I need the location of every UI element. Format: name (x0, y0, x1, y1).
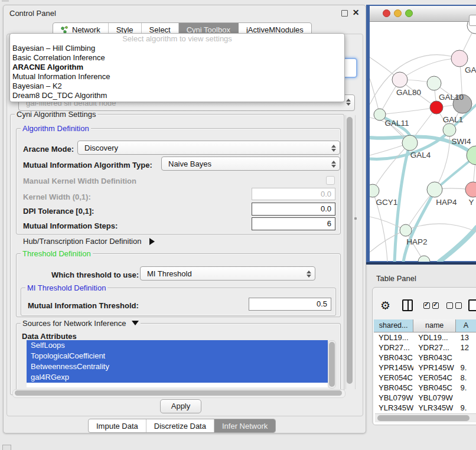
attributes-scrollbar[interactable] (328, 340, 336, 389)
which-threshold-combo[interactable]: MI Threshold (140, 266, 315, 281)
minimize-window-icon[interactable] (394, 9, 402, 17)
export-table-icon[interactable] (468, 299, 476, 311)
combo-stepper-icon (345, 97, 351, 107)
node-table: shared...nameA YDL19...YDL19...13YDR27..… (374, 319, 476, 425)
attribute-item[interactable]: SelfLoops (27, 340, 328, 351)
algorithm-dropdown-placeholder: Select algorithm to view settings (10, 34, 344, 44)
aracne-mode-value: Discovery (84, 144, 118, 152)
zoom-window-icon[interactable] (405, 9, 413, 17)
table-row[interactable]: YLR345WYLR345W9. (374, 403, 476, 413)
table-cell: YDR27... (374, 343, 413, 353)
table-row[interactable]: YER054CYER054C8. (374, 373, 476, 383)
algorithm-dropdown-list: Bayesian – Hill ClimbingBasic Correlatio… (10, 44, 344, 100)
network-node-y[interactable] (465, 182, 476, 197)
network-node-gal4[interactable] (402, 135, 418, 151)
network-node-gcy1[interactable] (370, 184, 379, 197)
settings-horizontal-scrollbar-thumb[interactable] (15, 390, 342, 396)
table-cell: YER054C (374, 373, 413, 383)
apply-button[interactable]: Apply (160, 399, 201, 413)
float-panel-icon[interactable] (341, 10, 348, 17)
table-row[interactable]: YBL079WYBL079W (374, 393, 476, 403)
network-node-gal1[interactable] (430, 101, 443, 114)
sources-title[interactable]: Sources for Network Inference (21, 319, 141, 328)
tab-label: Infer Network (222, 422, 268, 431)
network-node-gal[interactable] (451, 50, 468, 67)
network-node-gal10[interactable] (427, 76, 441, 90)
table-cell: YBL079W (413, 393, 455, 403)
attribute-item[interactable]: TopologicalCoefficient (27, 351, 328, 361)
threshold-definition-title: Threshold Definition (21, 249, 93, 258)
hub-definition-toggle[interactable]: Hub/Transcription Factor Definition (23, 237, 155, 246)
algorithm-option[interactable]: Bayesian – Hill Climbing (10, 44, 344, 53)
table-row[interactable]: YPR145WYPR145W9. (374, 363, 476, 373)
node-label-gal1: GAL1 (443, 115, 464, 124)
table-horizontal-scrollbar-thumb[interactable] (377, 415, 470, 421)
table-row[interactable]: YDL19...YDL19...13 (374, 332, 476, 343)
node-label-swi4: SWI4 (451, 137, 471, 146)
table-cell: YDR27... (413, 343, 455, 353)
network-node-swi4[interactable] (443, 123, 456, 136)
combo-stepper-icon (305, 269, 312, 279)
kernel-width-field[interactable]: 0.0 (252, 188, 335, 200)
close-panel-icon[interactable]: ✕ (352, 9, 360, 17)
right-panel-button-fragment[interactable] (469, 15, 476, 26)
mi-algorithm-type-combo[interactable]: Naive Bayes (161, 156, 340, 171)
table-cell: YBR043C (413, 353, 455, 363)
network-edge[interactable] (439, 227, 476, 262)
algorithm-option[interactable]: Bayesian – K2 (10, 81, 344, 91)
tab-impute-data[interactable]: Impute Data (89, 419, 146, 432)
network-node[interactable] (418, 256, 430, 262)
network-edge[interactable] (380, 107, 436, 115)
table-cell: 12 (456, 343, 476, 353)
mi-threshold-field[interactable]: 0.5 (249, 298, 331, 311)
window-grip[interactable] (2, 445, 11, 450)
node-label-y: Y (468, 198, 474, 207)
tab-discretize-data[interactable]: Discretize Data (146, 419, 214, 432)
algorithm-option[interactable]: Dream8 DC_TDC Algorithm (10, 91, 344, 100)
algorithm-option[interactable]: Basic Correlation Inference (10, 53, 344, 63)
network-window-titlebar[interactable] (370, 6, 476, 22)
table-row[interactable]: YDR27...YDR27...12 (374, 343, 476, 353)
node-label-gal11: GAL11 (384, 119, 409, 128)
network-node-hap2[interactable] (400, 224, 412, 236)
network-node-gal11[interactable] (374, 109, 386, 120)
node-label-gal10: GAL10 (439, 93, 464, 102)
mi-threshold-title: MI Threshold Definition (25, 283, 107, 292)
tab-infer-network[interactable]: Infer Network (214, 419, 275, 432)
manual-kernel-width-checkbox[interactable] (326, 176, 335, 185)
column-header-3[interactable]: A (456, 319, 476, 332)
table-horizontal-scrollbar (375, 413, 476, 422)
data-attributes-list: SelfLoopsTopologicalCoefficientBetweenne… (27, 340, 328, 387)
hide-columns-icon[interactable] (446, 302, 464, 311)
mi-threshold-label: Mutual Information Threshold: (28, 301, 139, 310)
table-row[interactable]: YBR045CYBR045C9. (374, 383, 476, 393)
column-header-2[interactable]: name (413, 319, 456, 332)
dpi-tolerance-label: DPI Tolerance [0,1]: (23, 207, 94, 216)
tab-label: Impute Data (96, 422, 138, 431)
column-header-1[interactable]: shared... (374, 319, 413, 332)
network-view-window: GALGAL80GAL10GAL1GAL11SWI4GAL4GCY1HAP4YH… (366, 5, 476, 265)
show-columns-icon[interactable] (423, 302, 441, 311)
table-cell: YER054C (413, 373, 455, 383)
attribute-item[interactable]: gal4RGexp (27, 372, 328, 383)
settings-vertical-scrollbar-thumb[interactable] (347, 117, 353, 384)
dpi-tolerance-field[interactable]: 0.0 (252, 203, 335, 216)
table-cell: YBR045C (374, 383, 413, 393)
network-node-hap4[interactable] (427, 182, 442, 197)
close-window-icon[interactable] (383, 9, 390, 17)
collapsed-arrow-icon (149, 238, 155, 245)
mi-steps-field[interactable]: 6 (252, 217, 335, 230)
algorithm-option[interactable]: Mutual Information Inference (10, 72, 344, 81)
network-canvas[interactable]: GALGAL80GAL10GAL1GAL11SWI4GAL4GCY1HAP4YH… (370, 22, 476, 261)
attribute-item[interactable]: BetweennessCentrality (27, 361, 328, 372)
network-node-gal80[interactable] (392, 72, 407, 87)
table-cell: 13 (456, 332, 476, 343)
network-icon (61, 26, 69, 34)
settings-gear-icon[interactable]: ⚙ (380, 299, 390, 312)
algorithm-option[interactable]: ARACNE Algorithm (10, 63, 344, 72)
manual-kernel-width-label: Manual Kernel Width Definition (23, 177, 136, 185)
split-view-icon[interactable] (402, 299, 413, 311)
aracne-mode-combo[interactable]: Discovery (77, 141, 340, 155)
splitter-handle[interactable] (354, 217, 357, 220)
table-row[interactable]: YBR043CYBR043C (374, 353, 476, 363)
